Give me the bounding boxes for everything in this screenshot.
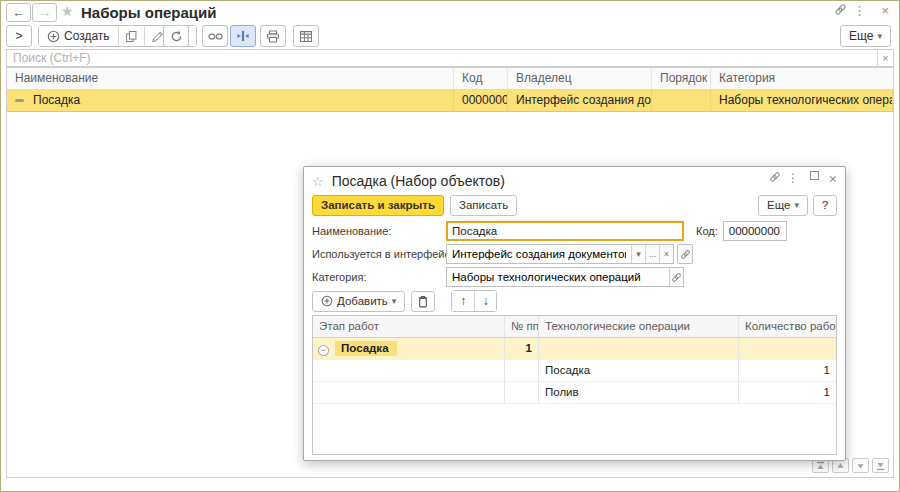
dialog-command-bar: Записать и закрыть Записать Еще▾ ? <box>312 193 837 217</box>
plus-circle-icon <box>47 30 60 43</box>
favorite-star-icon[interactable]: ★ <box>61 3 74 19</box>
grid-cell-stage[interactable]: −Посадка <box>313 338 505 359</box>
grid-cell-num[interactable] <box>505 360 539 381</box>
column-header-name[interactable]: Наименование <box>7 68 454 89</box>
code-label: Код: <box>696 225 718 237</box>
grid-cell-num[interactable] <box>505 382 539 403</box>
interface-input[interactable] <box>447 245 631 263</box>
more-button-main[interactable]: Еще▾ <box>840 25 891 47</box>
grid-cell-stage[interactable] <box>313 382 505 403</box>
grid-cell-workers[interactable]: 1 <box>739 382 836 403</box>
grid-row[interactable]: Посадка 1 <box>313 360 836 382</box>
go-last-button[interactable] <box>872 458 889 473</box>
table-row-selected[interactable]: Посадка 000000007 Интерфейс создания док… <box>7 90 893 112</box>
column-header-category[interactable]: Категория <box>711 68 893 89</box>
category-open-icon[interactable] <box>669 268 683 286</box>
interface-dropdown-icon[interactable]: ▾ <box>631 245 645 263</box>
dialog-more-button[interactable]: Еще▾ <box>758 195 808 216</box>
grid-row[interactable]: Полив 1 <box>313 382 836 404</box>
dialog-maximize-icon[interactable] <box>810 171 819 180</box>
expand-panel-button[interactable]: > <box>6 25 32 47</box>
search-input[interactable] <box>7 50 877 66</box>
print-button[interactable] <box>260 25 286 47</box>
splitter-arrows-icon <box>236 30 250 42</box>
save-and-close-button[interactable]: Записать и закрыть <box>312 195 444 216</box>
category-label: Категория: <box>312 271 446 283</box>
dialog-title-bar: ☆ Посадка (Набор объектов) ⋮ × <box>312 169 837 193</box>
column-header-code[interactable]: Код <box>454 68 508 89</box>
grid-column-num[interactable]: № пп <box>505 316 539 337</box>
more-menu-icon[interactable]: ⋮ <box>853 3 866 19</box>
search-bar: × <box>6 49 894 67</box>
grid-column-stage[interactable]: Этап работ <box>313 316 505 337</box>
cell-order[interactable] <box>652 90 711 111</box>
dialog-star-icon[interactable]: ☆ <box>312 174 324 189</box>
interface-open-icon[interactable] <box>677 244 693 264</box>
grid-cell-operation[interactable] <box>539 338 739 359</box>
trash-icon <box>417 295 429 308</box>
column-header-owner[interactable]: Владелец <box>508 68 652 89</box>
copy-button[interactable] <box>118 26 144 46</box>
grid-column-operation[interactable]: Технологические операции <box>539 316 739 337</box>
forward-button[interactable]: → <box>32 3 57 22</box>
cell-owner[interactable]: Интерфейс создания документов посад... <box>508 90 652 111</box>
grid-cell-num[interactable]: 1 <box>505 338 539 359</box>
add-row-button[interactable]: Добавить ▾ <box>312 291 405 312</box>
item-marker-icon <box>15 99 24 102</box>
cell-name[interactable]: Посадка <box>7 90 454 111</box>
grid-toolbar: Добавить ▾ ↑ ↓ <box>312 290 837 312</box>
first-page-icon <box>815 461 826 471</box>
interface-choose-icon[interactable]: ... <box>645 245 659 263</box>
move-buttons: ↑ ↓ <box>451 290 497 312</box>
pencil-icon <box>151 30 164 43</box>
cell-category[interactable]: Наборы технологических операций <box>711 90 893 111</box>
close-icon[interactable]: × <box>881 3 889 19</box>
grid-header: Этап работ № пп Технологические операции… <box>313 316 836 338</box>
page-down-button[interactable] <box>852 458 869 473</box>
copy-icon <box>125 30 138 43</box>
back-button[interactable]: ← <box>6 3 31 22</box>
table-settings-icon <box>299 30 313 43</box>
page-title: Наборы операций <box>81 4 216 21</box>
grid-cell-stage[interactable] <box>313 360 505 381</box>
dialog-close-icon[interactable]: × <box>829 171 837 187</box>
cell-code[interactable]: 000000007 <box>454 90 508 111</box>
grid-cell-operation[interactable]: Посадка <box>539 360 739 381</box>
grid-cell-workers[interactable]: 1 <box>739 360 836 381</box>
grid-row-group[interactable]: −Посадка 1 <box>313 338 836 360</box>
refresh-button[interactable] <box>163 25 189 47</box>
chevron-down-icon: ▾ <box>877 31 882 41</box>
main-toolbar: > Создать <box>6 25 894 48</box>
set-link-button[interactable] <box>202 25 228 47</box>
operations-grid: Этап работ № пп Технологические операции… <box>312 315 837 455</box>
dialog-link-icon[interactable] <box>769 171 781 183</box>
chevron-down-icon: ▾ <box>794 200 799 210</box>
name-input[interactable] <box>446 221 684 241</box>
delete-row-button[interactable] <box>411 291 435 312</box>
category-input[interactable] <box>447 268 669 286</box>
name-label: Наименование: <box>312 225 446 237</box>
grid-column-workers[interactable]: Количество работников <box>739 316 836 337</box>
app-window: { "app": { "title": "Наборы операций" },… <box>0 0 900 492</box>
object-set-dialog: ☆ Посадка (Набор объектов) ⋮ × Записать … <box>303 166 846 461</box>
move-up-button[interactable]: ↑ <box>452 291 474 311</box>
code-input[interactable] <box>723 221 787 241</box>
get-link-icon[interactable] <box>834 3 847 16</box>
grid-cell-workers[interactable] <box>739 338 836 359</box>
last-page-icon <box>875 461 886 471</box>
dialog-more-icon[interactable]: ⋮ <box>787 171 799 185</box>
plus-circle-icon <box>321 295 333 307</box>
search-clear-icon[interactable]: × <box>877 50 893 66</box>
refresh-icon <box>170 30 183 43</box>
category-field <box>446 267 684 287</box>
interface-clear-icon[interactable]: × <box>659 245 673 263</box>
collapse-icon[interactable]: − <box>318 345 329 356</box>
save-button[interactable]: Записать <box>450 195 517 216</box>
grid-cell-operation[interactable]: Полив <box>539 382 739 403</box>
create-button[interactable]: Создать <box>39 26 118 46</box>
move-down-button[interactable]: ↓ <box>474 291 496 311</box>
change-form-toggle-button[interactable] <box>230 25 256 47</box>
list-settings-button[interactable] <box>293 25 319 47</box>
help-button[interactable]: ? <box>813 195 837 216</box>
column-header-order[interactable]: Порядок <box>652 68 711 89</box>
